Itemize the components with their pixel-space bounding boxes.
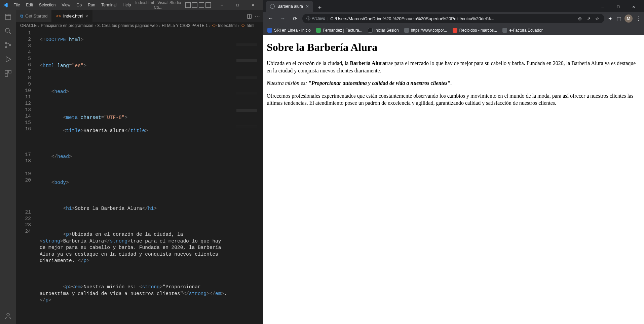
- close-button[interactable]: ✕: [626, 1, 641, 12]
- menu-run[interactable]: Run: [85, 1, 98, 9]
- bookmark-item[interactable]: e-Factura Ecuador: [502, 28, 542, 33]
- svg-point-1: [5, 42, 7, 44]
- bookmark-item[interactable]: Fernandez | Factura...: [316, 28, 363, 33]
- extensions-icon[interactable]: [4, 69, 12, 77]
- tab-title: Barbería alura: [277, 4, 303, 9]
- run-debug-icon[interactable]: [4, 55, 12, 63]
- svg-rect-6: [5, 74, 8, 76]
- split-editor-icon[interactable]: ◫: [247, 13, 252, 19]
- line-number-gutter: 1 2 3 4 5 6 7 8 9 10 11 12 13 14 15 16 1: [16, 29, 34, 324]
- svg-rect-4: [5, 70, 8, 73]
- code-editor[interactable]: 1 2 3 4 5 6 7 8 9 10 11 12 13 14 15 16 1: [16, 29, 263, 324]
- menu-selection[interactable]: Selection: [36, 1, 58, 9]
- minimize-button[interactable]: ─: [595, 1, 610, 12]
- search-icon[interactable]: [4, 27, 12, 35]
- menu-terminal[interactable]: Terminal: [99, 1, 119, 9]
- chrome-window: Barbería alura ✕ + ─ ☐ ✕ ← → ⟳ ⓘ Archivo…: [263, 0, 644, 324]
- code-content[interactable]: <!DOCTYPE html> <html lang="es"> <head> …: [34, 29, 259, 324]
- side-panel-icon[interactable]: ◫: [616, 15, 622, 22]
- forward-button[interactable]: →: [278, 14, 288, 23]
- maximize-button[interactable]: ☐: [230, 0, 245, 10]
- bookmark-favicon-icon: [502, 28, 507, 33]
- layout-icon[interactable]: [205, 2, 211, 8]
- close-tab-icon[interactable]: ×: [85, 13, 88, 19]
- menu-file[interactable]: File: [11, 1, 23, 9]
- more-actions-icon[interactable]: ⋯: [255, 13, 260, 19]
- breadcrumb-item[interactable]: html: [247, 23, 254, 28]
- window-title: Index.html - Visual Studio Co...: [134, 0, 182, 10]
- breadcrumb-item[interactable]: Index.html: [218, 23, 236, 28]
- globe-icon: [270, 4, 275, 9]
- tab-label: Get Started: [25, 13, 47, 19]
- tab-index-html[interactable]: <> Index.html ×: [52, 10, 92, 22]
- page-paragraph: Ubicada en el corazón de la ciudad, la B…: [267, 60, 641, 74]
- page-heading: Sobre la Barbería Alura: [267, 41, 641, 54]
- bookmark-item[interactable]: Recibidos - marcos...: [453, 28, 497, 33]
- chrome-tabstrip: Barbería alura ✕ + ─ ☐ ✕: [263, 0, 644, 12]
- tab-label: Index.html: [63, 13, 83, 19]
- bookmark-favicon-icon: [404, 28, 409, 33]
- profile-avatar[interactable]: M: [624, 14, 633, 23]
- new-tab-button[interactable]: +: [315, 3, 325, 12]
- breadcrumb-item[interactable]: Principiante en programación: [41, 23, 93, 28]
- vscode-tab-icon: ⧉: [20, 13, 23, 19]
- bookmark-item[interactable]: Iniciar Sesión: [368, 28, 399, 33]
- close-button[interactable]: ✕: [245, 0, 261, 10]
- html-file-icon: <>: [56, 13, 61, 19]
- bookmark-favicon-icon: [368, 28, 373, 33]
- layout-controls[interactable]: [183, 2, 214, 8]
- bookmark-item[interactable]: https://www.corpor...: [404, 28, 447, 33]
- page-paragraph: Ofrecemos profesionales experimentados q…: [267, 92, 641, 107]
- menu-help[interactable]: Help: [120, 1, 134, 9]
- breadcrumb-item[interactable]: ORACLE: [20, 23, 37, 28]
- breadcrumb-item[interactable]: 3. Crea tus primeras paginas web: [97, 23, 157, 28]
- layout-icon[interactable]: [199, 2, 204, 8]
- bookmark-favicon-icon: [267, 28, 272, 33]
- vscode-logo-icon: [3, 2, 8, 8]
- bookmark-star-icon[interactable]: ☆: [594, 15, 600, 22]
- menu-icon[interactable]: ⋮: [635, 15, 641, 22]
- url-text: C:/Users/Marcos/OneDrive%20-%20Escuela%2…: [330, 16, 574, 21]
- vscode-window: File Edit Selection View Go Run Terminal…: [0, 0, 263, 324]
- close-tab-icon[interactable]: ✕: [306, 4, 309, 9]
- svg-point-7: [7, 313, 9, 316]
- back-button[interactable]: ←: [266, 14, 275, 23]
- browser-tab[interactable]: Barbería alura ✕: [266, 1, 313, 12]
- editor-tabs: ⧉ Get Started <> Index.html × ◫ ⋯: [16, 10, 263, 22]
- bookmarks-bar: SRI en Línea - Inicio Fernandez | Factur…: [263, 25, 644, 35]
- explorer-icon[interactable]: [4, 13, 12, 21]
- breadcrumb-item[interactable]: HTML5 Y CSS3 PARTE 1: [162, 23, 208, 28]
- search-icon[interactable]: ⊕: [577, 15, 583, 22]
- activity-bar: [0, 10, 16, 324]
- menu-view[interactable]: View: [59, 1, 73, 9]
- breadcrumb[interactable]: ORACLE› Principiante en programación› 3.…: [16, 22, 263, 29]
- page-paragraph: Nuestra misión es: "Proporcionar autoest…: [267, 79, 641, 87]
- editor-scrollbar[interactable]: [259, 29, 263, 324]
- maximize-button[interactable]: ☐: [610, 1, 626, 12]
- minimize-button[interactable]: ─: [214, 0, 230, 10]
- layout-icon[interactable]: [185, 2, 191, 8]
- menu-go[interactable]: Go: [74, 1, 84, 9]
- file-icon: ⓘ Archivo |: [306, 16, 328, 22]
- page-content: Sobre la Barbería Alura Ubicada en el co…: [263, 35, 644, 324]
- vscode-titlebar: File Edit Selection View Go Run Terminal…: [0, 0, 263, 10]
- minimap[interactable]: [235, 29, 259, 76]
- address-bar[interactable]: ⓘ Archivo | C:/Users/Marcos/OneDrive%20-…: [302, 14, 604, 23]
- share-icon[interactable]: ↗: [585, 15, 592, 22]
- bookmark-item[interactable]: SRI en Línea - Inicio: [267, 28, 311, 33]
- svg-point-2: [5, 46, 7, 48]
- tab-get-started[interactable]: ⧉ Get Started: [16, 10, 52, 22]
- layout-icon[interactable]: [192, 2, 197, 8]
- accounts-icon[interactable]: [4, 312, 12, 320]
- extensions-icon[interactable]: ✦: [607, 15, 613, 22]
- bookmark-favicon-icon: [453, 28, 457, 33]
- menu-edit[interactable]: Edit: [23, 1, 36, 9]
- chrome-toolbar: ← → ⟳ ⓘ Archivo | C:/Users/Marcos/OneDri…: [263, 12, 644, 25]
- bookmark-favicon-icon: [316, 28, 321, 33]
- reload-button[interactable]: ⟳: [290, 14, 300, 23]
- source-control-icon[interactable]: [4, 41, 12, 49]
- svg-rect-5: [8, 70, 11, 73]
- svg-point-0: [5, 28, 9, 32]
